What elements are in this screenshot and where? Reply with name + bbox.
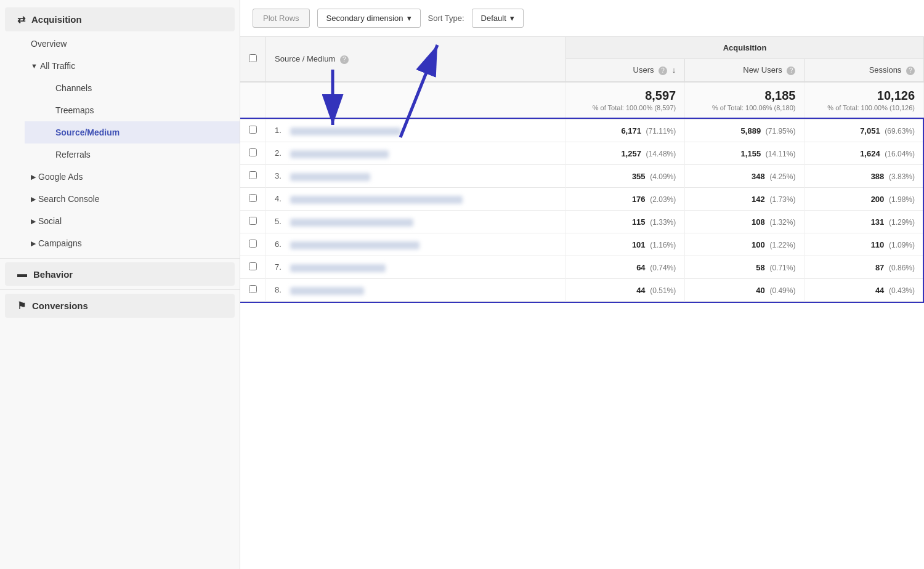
users-value-6: 64	[636, 263, 645, 272]
select-all-checkbox[interactable]	[249, 54, 257, 62]
new-users-pct-7: (0.49%)	[769, 286, 795, 295]
sidebar-item-search-console[interactable]: ▶ Search Console	[12, 188, 240, 210]
table-row: 5. 115 (1.33%) 108 (1.32%) 131 (1.29%)	[240, 211, 924, 233]
users-pct-3: (2.03%)	[650, 195, 676, 204]
table-row: 7. 64 (0.74%) 58 (0.71%) 87 (0.86%)	[240, 256, 924, 279]
table-row: 6. 101 (1.16%) 100 (1.22%) 110 (1.09%)	[240, 233, 924, 256]
select-all-checkbox-header[interactable]	[240, 37, 266, 82]
new-users-value-7: 40	[756, 286, 764, 295]
row-source-cell-7: 8.	[266, 279, 566, 302]
blurred-source-4	[290, 219, 413, 227]
row-num-7: 8.	[275, 285, 282, 294]
row-checkbox-5[interactable]	[249, 240, 257, 248]
row-checkbox-cell-7[interactable]	[240, 279, 266, 302]
caret-right-icon2: ▶	[31, 195, 36, 203]
chevron-down-icon: ▾	[407, 14, 411, 23]
new-users-help-icon[interactable]: ?	[787, 67, 795, 75]
row-num-6: 7.	[275, 262, 282, 272]
row-source-cell-5: 6.	[266, 233, 566, 256]
table-row: 8. 44 (0.51%) 40 (0.49%) 44 (0.43%)	[240, 279, 924, 302]
totals-checkbox-cell	[240, 82, 266, 119]
row-checkbox-cell-1[interactable]	[240, 142, 266, 165]
row-sessions-cell-7: 44 (0.43%)	[804, 279, 924, 302]
new-users-pct-1: (14.11%)	[766, 150, 796, 158]
row-checkbox-cell-4[interactable]	[240, 211, 266, 233]
chevron-down-icon2: ▾	[510, 14, 514, 23]
row-checkbox-2[interactable]	[249, 171, 257, 179]
users-help-icon[interactable]: ?	[659, 67, 667, 75]
row-users-cell-1: 1,257 (14.48%)	[566, 142, 685, 165]
sidebar-item-social[interactable]: ▶ Social	[12, 210, 240, 232]
sidebar-item-campaigns[interactable]: ▶ Campaigns	[12, 232, 240, 254]
sidebar-item-all-traffic[interactable]: ▼ All Traffic	[12, 55, 240, 77]
plot-rows-button[interactable]: Plot Rows	[253, 9, 310, 28]
acquisition-group-header: Acquisition	[566, 37, 924, 59]
row-new-users-cell-3: 142 (1.73%)	[685, 188, 804, 211]
sidebar-item-overview[interactable]: Overview	[12, 33, 240, 55]
sidebar-item-acquisition[interactable]: ⇄ Acquisition	[5, 7, 235, 31]
sidebar-item-treemaps[interactable]: Treemaps	[25, 99, 240, 121]
row-new-users-cell-7: 40 (0.49%)	[685, 279, 804, 302]
row-sessions-cell-2: 388 (3.83%)	[804, 165, 924, 188]
row-checkbox-cell-2[interactable]	[240, 165, 266, 188]
row-source-cell-2: 3.	[266, 165, 566, 188]
row-users-cell-6: 64 (0.74%)	[566, 256, 685, 279]
secondary-dimension-button[interactable]: Secondary dimension ▾	[317, 9, 421, 28]
sidebar-item-referrals[interactable]: Referrals	[25, 143, 240, 166]
sessions-value-6: 87	[875, 263, 884, 272]
row-sessions-cell-1: 1,624 (16.04%)	[804, 142, 924, 165]
row-users-cell-7: 44 (0.51%)	[566, 279, 685, 302]
sessions-pct-2: (3.83%)	[889, 172, 915, 181]
users-value-3: 176	[632, 195, 646, 204]
blurred-source-2	[290, 173, 370, 181]
sessions-help-icon[interactable]: ?	[906, 67, 915, 75]
new-users-value-6: 58	[756, 263, 764, 272]
users-value-0: 6,171	[621, 126, 641, 135]
users-pct-6: (0.74%)	[650, 264, 676, 272]
row-checkbox-cell-3[interactable]	[240, 188, 266, 211]
source-medium-header: Source / Medium ?	[266, 37, 566, 82]
sidebar-item-channels[interactable]: Channels	[25, 77, 240, 99]
sessions-header[interactable]: Sessions ?	[804, 59, 924, 83]
row-source-cell-4: 5.	[266, 211, 566, 233]
row-checkbox-cell-6[interactable]	[240, 256, 266, 279]
blurred-source-6	[290, 264, 386, 272]
new-users-value-2: 348	[752, 172, 765, 181]
source-medium-help-icon[interactable]: ?	[340, 55, 349, 64]
table-row: 4. 176 (2.03%) 142 (1.73%) 200 (1.98%)	[240, 188, 924, 211]
row-checkbox-3[interactable]	[249, 194, 257, 202]
row-users-cell-0: 6,171 (71.11%)	[566, 119, 685, 142]
new-users-pct-4: (1.32%)	[769, 218, 795, 227]
table-row: 3. 355 (4.09%) 348 (4.25%) 388 (3.83%)	[240, 165, 924, 188]
users-pct-1: (14.48%)	[646, 150, 676, 158]
row-checkbox-0[interactable]	[249, 126, 257, 134]
row-source-cell-1: 2.	[266, 142, 566, 165]
row-new-users-cell-4: 108 (1.32%)	[685, 211, 804, 233]
sort-default-button[interactable]: Default ▾	[472, 9, 524, 28]
sidebar-sub-all-traffic: Channels Treemaps Source/Medium Referral…	[12, 77, 240, 166]
row-checkbox-7[interactable]	[249, 285, 257, 293]
sidebar-item-conversions[interactable]: ⚑ Conversions	[5, 294, 235, 318]
new-users-header[interactable]: New Users ?	[685, 59, 804, 83]
new-users-value-1: 1,155	[741, 149, 761, 158]
divider2	[0, 289, 240, 290]
row-checkbox-cell-5[interactable]	[240, 233, 266, 256]
sidebar-item-source-medium[interactable]: Source/Medium	[25, 121, 240, 143]
sort-arrow-icon: ↓	[672, 65, 676, 75]
row-new-users-cell-0: 5,889 (71.95%)	[685, 119, 804, 142]
row-sessions-cell-5: 110 (1.09%)	[804, 233, 924, 256]
blurred-source-3	[290, 196, 463, 204]
row-checkbox-6[interactable]	[249, 262, 257, 270]
users-pct-7: (0.51%)	[650, 286, 676, 295]
users-value-1: 1,257	[621, 149, 641, 158]
sessions-value-3: 200	[871, 195, 885, 204]
sessions-value-0: 7,051	[860, 126, 880, 135]
row-checkbox-cell-0[interactable]	[240, 119, 266, 142]
row-checkbox-1[interactable]	[249, 148, 257, 156]
divider1	[0, 258, 240, 259]
row-checkbox-4[interactable]	[249, 217, 257, 225]
sidebar-item-google-ads[interactable]: ▶ Google Ads	[12, 166, 240, 188]
sidebar-item-behavior[interactable]: ▬ Behavior	[5, 262, 235, 286]
data-table: Source / Medium ? Acquisition Users ? ↓ …	[240, 37, 924, 302]
users-header[interactable]: Users ? ↓	[566, 59, 685, 83]
